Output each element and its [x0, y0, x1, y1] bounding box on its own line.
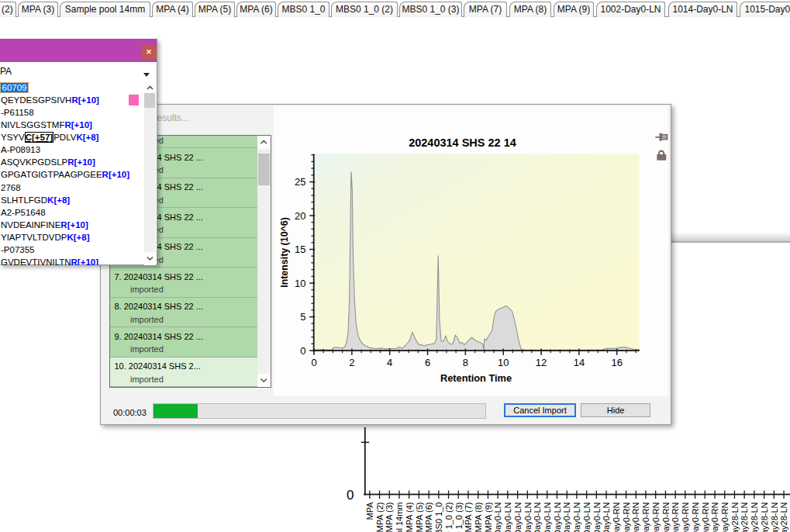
- svg-text:1002-Day28-LN: 1002-Day28-LN: [740, 502, 749, 532]
- svg-text:MBS0 1_0 (3): MBS0 1_0 (3): [454, 503, 464, 532]
- svg-text:1002-Day0-RN: 1002-Day0-RN: [701, 502, 710, 532]
- svg-text:1002-Day0-LN: 1002-Day0-LN: [592, 502, 602, 532]
- svg-text:1002-Day0-LN: 1002-Day0-LN: [513, 502, 523, 532]
- svg-text:Retention Time: Retention Time: [440, 372, 511, 384]
- svg-text:25: 25: [295, 176, 305, 188]
- svg-text:1002-Day0-LN: 1002-Day0-LN: [572, 502, 581, 532]
- svg-text:MPA (4): MPA (4): [405, 503, 414, 532]
- svg-text:10: 10: [295, 277, 305, 288]
- svg-text:14: 14: [573, 356, 584, 368]
- svg-text:4: 4: [387, 356, 392, 368]
- svg-text:12: 12: [535, 356, 546, 368]
- svg-text:1002-Day0-RN: 1002-Day0-RN: [661, 502, 671, 532]
- svg-text:1002-Day0-LN: 1002-Day0-LN: [523, 502, 533, 532]
- svg-text:MPA (3): MPA (3): [385, 503, 394, 532]
- svg-text:1002-Day0-RN: 1002-Day0-RN: [622, 502, 631, 532]
- svg-text:MBS0 1_0 (2): MBS0 1_0 (2): [444, 503, 454, 532]
- svg-text:1002-Day0-RN: 1002-Day0-RN: [691, 502, 700, 532]
- svg-text:MBS0 1_0: MBS0 1_0: [434, 503, 443, 532]
- svg-text:1002-Day0-RN: 1002-Day0-RN: [651, 502, 661, 532]
- svg-text:6: 6: [424, 356, 429, 368]
- svg-text:1002-Day0-LN: 1002-Day0-LN: [533, 502, 542, 532]
- svg-text:20: 20: [295, 209, 305, 221]
- svg-text:1002-Day0-LN: 1002-Day0-LN: [562, 502, 571, 532]
- svg-text:0: 0: [311, 356, 316, 368]
- svg-text:0: 0: [347, 488, 354, 503]
- svg-text:MPA (6): MPA (6): [424, 503, 433, 532]
- svg-text:8: 8: [462, 356, 467, 368]
- svg-text:Intensity (10^6): Intensity (10^6): [278, 217, 289, 288]
- svg-text:1002-Day0-RN: 1002-Day0-RN: [681, 502, 690, 532]
- svg-text:1002-Day0-RN: 1002-Day0-RN: [671, 502, 680, 532]
- svg-text:1002-Day0-LN: 1002-Day0-LN: [553, 502, 562, 532]
- svg-text:1002-Day28-LN: 1002-Day28-LN: [760, 502, 769, 532]
- svg-text:1002-Day0-LN: 1002-Day0-LN: [602, 502, 611, 532]
- svg-text:1002-Day28-LN: 1002-Day28-LN: [730, 502, 740, 532]
- svg-text:0: 0: [300, 344, 305, 356]
- svg-text:1002-Day28-LN: 1002-Day28-LN: [750, 502, 759, 532]
- svg-text:MPA (9): MPA (9): [484, 503, 493, 532]
- svg-text:2: 2: [349, 356, 354, 368]
- svg-text:1002-Day0-LN: 1002-Day0-LN: [582, 502, 592, 532]
- svg-text:20240314 SHS 22 14: 20240314 SHS 22 14: [409, 136, 516, 149]
- svg-text:10: 10: [497, 356, 508, 368]
- svg-text:Sample pool 14mm: Sample pool 14mm: [395, 503, 404, 532]
- svg-text:MPA (7): MPA (7): [464, 503, 473, 532]
- svg-text:1002-Day0-RN: 1002-Day0-RN: [641, 502, 650, 532]
- svg-text:1002-Day0-RN: 1002-Day0-RN: [720, 502, 730, 532]
- svg-text:1002-Day0-LN: 1002-Day0-LN: [503, 502, 512, 532]
- svg-text:15: 15: [295, 244, 305, 255]
- svg-text:1002-Day0-LN: 1002-Day0-LN: [493, 502, 502, 532]
- svg-text:MPA (8): MPA (8): [474, 503, 483, 532]
- svg-text:MPA (2): MPA (2): [375, 503, 385, 532]
- svg-text:MPA: MPA: [365, 502, 374, 520]
- svg-text:MPA (5): MPA (5): [415, 503, 424, 532]
- svg-text:1002-Day0-RN: 1002-Day0-RN: [710, 502, 719, 532]
- svg-text:1002-Day0-RN: 1002-Day0-RN: [612, 502, 621, 532]
- svg-text:1002-Day0-LN: 1002-Day0-LN: [543, 502, 552, 532]
- svg-text:1002-Day28-LN: 1002-Day28-LN: [779, 502, 788, 532]
- svg-text:5: 5: [300, 311, 305, 323]
- svg-text:1002-Day28-LN: 1002-Day28-LN: [770, 502, 779, 532]
- svg-text:16: 16: [611, 356, 622, 368]
- svg-text:1002-Day0-RN: 1002-Day0-RN: [631, 502, 640, 532]
